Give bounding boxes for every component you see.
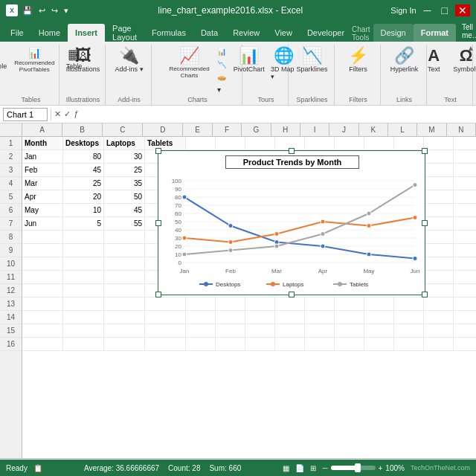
cell-16-I[interactable] — [305, 338, 335, 351]
cell-4-N[interactable] — [454, 177, 476, 190]
col-header-C[interactable]: C — [103, 123, 143, 136]
row-num-6[interactable]: 6 — [0, 204, 22, 217]
cell-16-E[interactable] — [186, 338, 216, 351]
col-header-D[interactable]: D — [143, 123, 183, 136]
cell-14-N[interactable] — [454, 311, 476, 324]
maximize-btn[interactable]: □ — [439, 4, 451, 16]
cell-6-A[interactable]: May — [22, 204, 63, 217]
signin-button[interactable]: Sign In — [390, 6, 416, 15]
cell-16-K[interactable] — [364, 338, 394, 351]
cell-10-B[interactable] — [63, 257, 104, 271]
cell-14-C[interactable] — [104, 311, 145, 324]
cell-13-G[interactable] — [245, 298, 275, 311]
tab-pagelayout[interactable]: Page Layout — [105, 24, 144, 42]
confirm-formula-btn[interactable]: ✓ — [64, 109, 71, 119]
cell-10-M[interactable] — [424, 257, 454, 271]
cell-5-N[interactable] — [454, 190, 476, 204]
cell-14-M[interactable] — [424, 311, 454, 324]
tab-data[interactable]: Data — [193, 24, 225, 42]
cell-13-J[interactable] — [335, 298, 364, 311]
cell-4-M[interactable] — [424, 177, 454, 190]
cell-9-C[interactable] — [104, 244, 145, 257]
tab-file[interactable]: File — [3, 24, 31, 42]
cell-1-B[interactable]: Desktops — [63, 137, 104, 150]
row-num-8[interactable]: 8 — [0, 231, 22, 244]
chart-handle-4[interactable] — [422, 220, 428, 226]
cell-11-N[interactable] — [454, 271, 476, 284]
row-num-14[interactable]: 14 — [0, 311, 22, 324]
cell-1-F[interactable] — [216, 137, 245, 150]
cell-2-A[interactable]: Jan — [22, 150, 63, 164]
cell-11-M[interactable] — [424, 271, 454, 284]
cell-15-C[interactable] — [104, 324, 145, 338]
cell-6-B[interactable]: 10 — [63, 204, 104, 217]
row-num-4[interactable]: 4 — [0, 177, 22, 190]
cell-1-N[interactable] — [454, 137, 476, 150]
cell-2-N[interactable] — [454, 150, 476, 164]
cell-2-C[interactable]: 30 — [104, 150, 145, 164]
col-header-F[interactable]: F — [213, 123, 242, 136]
cell-14-L[interactable] — [394, 311, 424, 324]
pie-chart-btn[interactable]: 🥧 — [214, 71, 229, 83]
cell-9-N[interactable] — [454, 244, 476, 257]
cell-1-D[interactable]: Tablets — [145, 137, 186, 150]
name-box[interactable]: Chart 1 — [3, 108, 48, 121]
cell-13-E[interactable] — [186, 298, 216, 311]
cell-12-A[interactable] — [22, 284, 63, 298]
cell-1-M[interactable] — [424, 137, 454, 150]
cell-1-E[interactable] — [186, 137, 216, 150]
col-header-I[interactable]: I — [300, 123, 329, 136]
cell-13-D[interactable] — [145, 298, 186, 311]
cell-3-M[interactable] — [424, 164, 454, 177]
cell-3-B[interactable]: 45 — [63, 164, 104, 177]
cell-13-M[interactable] — [424, 298, 454, 311]
undo-qat-btn[interactable]: ↩ — [37, 6, 47, 16]
cell-13-A[interactable] — [22, 298, 63, 311]
cell-15-A[interactable] — [22, 324, 63, 338]
cell-5-A[interactable]: Apr — [22, 190, 63, 204]
cell-13-N[interactable] — [454, 298, 476, 311]
row-num-2[interactable]: 2 — [0, 150, 22, 164]
cell-7-A[interactable]: Jun — [22, 217, 63, 231]
tab-format[interactable]: Format — [414, 24, 456, 42]
tell-me-input[interactable]: Tell me... — [462, 23, 476, 39]
cell-6-C[interactable]: 45 — [104, 204, 145, 217]
cell-13-I[interactable] — [305, 298, 335, 311]
tab-home[interactable]: Home — [31, 24, 68, 42]
formula-input[interactable] — [81, 108, 473, 121]
cell-6-N[interactable] — [454, 204, 476, 217]
customize-qat-btn[interactable]: ▾ — [62, 6, 70, 16]
cell-13-B[interactable] — [63, 298, 104, 311]
cell-1-A[interactable]: Month — [22, 137, 63, 150]
cell-14-E[interactable] — [186, 311, 216, 324]
cell-1-J[interactable] — [335, 137, 364, 150]
cell-5-M[interactable] — [424, 190, 454, 204]
ribbon-expand-btn[interactable]: ▲ — [467, 43, 475, 52]
insert-function-btn[interactable]: ƒ — [74, 109, 78, 119]
cell-16-F[interactable] — [216, 338, 245, 351]
cell-13-K[interactable] — [364, 298, 394, 311]
cell-8-C[interactable] — [104, 231, 145, 244]
cell-10-C[interactable] — [104, 257, 145, 271]
row-num-1[interactable]: 1 — [0, 137, 22, 150]
tab-insert[interactable]: Insert — [68, 24, 105, 42]
col-header-H[interactable]: H — [271, 123, 300, 136]
col-header-N[interactable]: N — [447, 123, 476, 136]
cell-1-K[interactable] — [364, 137, 394, 150]
cell-11-B[interactable] — [63, 271, 104, 284]
cell-8-M[interactable] — [424, 231, 454, 244]
tab-formulas[interactable]: Formulas — [144, 24, 193, 42]
cell-15-K[interactable] — [364, 324, 394, 338]
cell-13-F[interactable] — [216, 298, 245, 311]
cell-10-A[interactable] — [22, 257, 63, 271]
redo-qat-btn[interactable]: ↪ — [50, 6, 60, 16]
col-header-K[interactable]: K — [359, 123, 388, 136]
row-num-3[interactable]: 3 — [0, 164, 22, 177]
col-header-L[interactable]: L — [388, 123, 417, 136]
chart-handle-3[interactable] — [155, 220, 161, 226]
cell-14-H[interactable] — [275, 311, 305, 324]
cell-16-B[interactable] — [63, 338, 104, 351]
cell-14-B[interactable] — [63, 311, 104, 324]
text-btn[interactable]: A Text — [419, 46, 448, 74]
cell-16-L[interactable] — [394, 338, 424, 351]
